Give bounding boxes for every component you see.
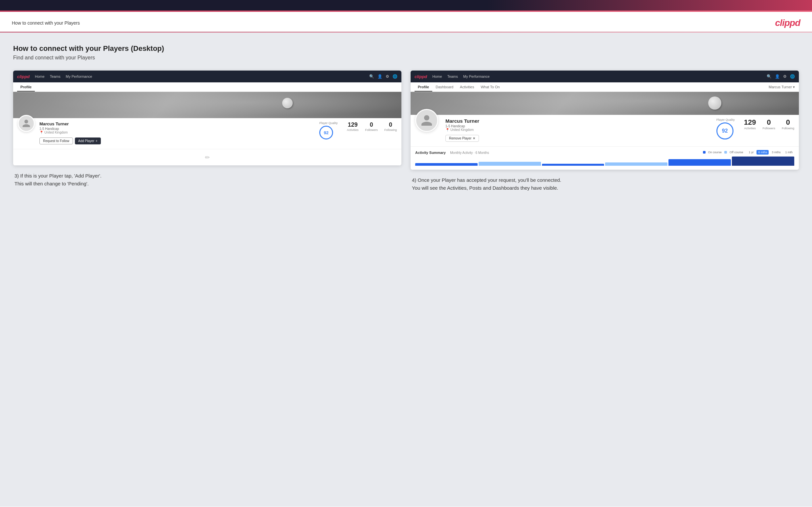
oncourse-legend-label: On course — [708, 151, 722, 154]
left-quality-circle: 92 — [319, 126, 333, 139]
activity-legend: On course Off course — [703, 151, 743, 154]
chart-bar-3 — [542, 164, 604, 166]
right-activity-summary: Activity Summary Monthly Activity · 6 Mo… — [411, 146, 799, 170]
filter-1mth[interactable]: 1 mth — [783, 150, 794, 155]
screenshot-left: clippd Home Teams My Performance 🔍 👤 ⚙ 🌐… — [13, 70, 401, 165]
right-stat-following: 0 Following — [782, 118, 794, 130]
caption-right: 4) Once your Player has accepted your re… — [411, 170, 799, 192]
right-nav-logo: clippd — [414, 74, 427, 79]
page-header: How to connect with your Players clippd — [0, 12, 812, 32]
caption-right-line1: 4) Once your Player has accepted your re… — [412, 176, 798, 184]
clippd-logo: clippd — [775, 18, 800, 28]
right-tab-whattoon[interactable]: What To On — [477, 82, 503, 92]
chart-bar-1 — [415, 163, 477, 166]
request-follow-button[interactable]: Request to Follow — [39, 137, 73, 145]
right-dropdown-label: Marcus Turner — [769, 85, 792, 89]
globe-icon[interactable]: 🌐 — [393, 74, 398, 79]
right-hero — [411, 92, 799, 115]
offcourse-legend-dot — [724, 151, 727, 154]
right-player-location: 📍 United Kingdom — [445, 128, 709, 131]
left-quality-label: Player Quality — [319, 121, 338, 125]
search-icon[interactable]: 🔍 — [369, 74, 374, 79]
left-profile-section: Marcus Turner 1-5 Handicap 📍 United King… — [13, 118, 401, 149]
page-header-title: How to connect with your Players — [12, 20, 80, 25]
left-nav-home[interactable]: Home — [35, 74, 44, 78]
edit-icon: ✏ — [205, 154, 210, 161]
caption-left-line2: This will then change to 'Pending'. — [14, 180, 400, 188]
left-nav-teams[interactable]: Teams — [50, 74, 60, 78]
right-nav-icons: 🔍 👤 ⚙ 🌐 — [767, 74, 795, 79]
activity-filters: 1 yr 6 mths 3 mths 1 mth — [747, 150, 794, 155]
right-user-icon[interactable]: 👤 — [775, 74, 780, 79]
left-hero — [13, 92, 401, 118]
right-tab-profile[interactable]: Profile — [414, 82, 432, 92]
main-content: How to connect with your Players (Deskto… — [0, 33, 812, 507]
left-player-location: 📍 United Kingdom — [39, 130, 308, 134]
user-icon[interactable]: 👤 — [377, 74, 383, 79]
activity-header: Activity Summary Monthly Activity · 6 Mo… — [415, 149, 794, 155]
left-tab-profile[interactable]: Profile — [17, 82, 35, 92]
chart-bar-5 — [668, 159, 731, 166]
chart-bar-4 — [605, 162, 667, 166]
top-bar — [0, 0, 812, 10]
left-nav-performance[interactable]: My Performance — [66, 74, 92, 78]
filter-6mths[interactable]: 6 mths — [757, 150, 769, 155]
right-tabs: Profile Dashboard Activities What To On … — [411, 82, 799, 92]
activity-subtitle: Monthly Activity · 6 Months — [450, 151, 489, 155]
plus-icon: + — [96, 139, 98, 143]
right-tab-dashboard[interactable]: Dashboard — [432, 82, 457, 92]
right-player-name: Marcus Turner — [445, 118, 709, 124]
right-tab-activities[interactable]: Activities — [457, 82, 477, 92]
left-tabs: Profile — [13, 82, 401, 92]
right-golf-ball — [708, 97, 721, 110]
filter-3mths[interactable]: 3 mths — [770, 150, 782, 155]
right-quality-circle: 92 — [716, 122, 733, 139]
chart-bar-6 — [732, 157, 794, 166]
left-pencil-area: ✏ — [13, 149, 401, 165]
activity-chart — [415, 157, 794, 167]
left-player-handicap: 1-5 Handicap — [39, 127, 308, 130]
right-globe-icon[interactable]: 🌐 — [790, 74, 795, 79]
chart-bar-2 — [478, 162, 541, 166]
caption-left: 3) If this is your Player tap, 'Add Play… — [13, 165, 401, 188]
right-stat-followers: 0 Followers — [762, 118, 775, 130]
right-location-pin-icon: 📍 — [445, 128, 449, 131]
caption-right-line2: You will see the Activities, Posts and D… — [412, 184, 798, 192]
left-stat-activities: 129 Activities — [347, 121, 359, 131]
left-stat-following: 0 Following — [384, 121, 397, 131]
right-settings-icon[interactable]: ⚙ — [783, 74, 787, 79]
screenshots-row: clippd Home Teams My Performance 🔍 👤 ⚙ 🌐… — [13, 70, 799, 192]
right-nav: clippd Home Teams My Performance 🔍 👤 ⚙ 🌐 — [411, 70, 799, 82]
right-nav-home[interactable]: Home — [432, 74, 442, 78]
right-avatar — [415, 109, 438, 132]
right-player-handicap: 1-5 Handicap — [445, 124, 709, 128]
oncourse-legend-dot — [703, 151, 706, 154]
remove-player-button[interactable]: Remove Player ✕ — [445, 135, 479, 142]
close-icon: ✕ — [473, 136, 475, 140]
main-title: How to connect with your Players (Deskto… — [13, 44, 799, 53]
right-stat-activities: 129 Activities — [744, 118, 756, 130]
caption-left-line1: 3) If this is your Player tap, 'Add Play… — [14, 172, 400, 180]
screenshot-right-col: clippd Home Teams My Performance 🔍 👤 ⚙ 🌐… — [411, 70, 799, 192]
left-nav-icons: 🔍 👤 ⚙ 🌐 — [369, 74, 398, 79]
add-player-button[interactable]: Add Player + — [75, 137, 101, 145]
screenshot-left-col: clippd Home Teams My Performance 🔍 👤 ⚙ 🌐… — [13, 70, 401, 192]
right-dropdown-chevron: ▾ — [793, 85, 795, 89]
left-player-buttons: Request to Follow Add Player + — [39, 137, 308, 145]
right-nav-performance[interactable]: My Performance — [463, 74, 490, 78]
settings-icon[interactable]: ⚙ — [386, 74, 389, 79]
right-profile-section: Marcus Turner 1-5 Handicap 📍 United King… — [411, 115, 799, 146]
activity-title: Activity Summary — [415, 151, 446, 155]
golf-ball-decoration — [282, 98, 293, 108]
right-nav-teams[interactable]: Teams — [447, 74, 458, 78]
filter-1yr[interactable]: 1 yr — [747, 150, 755, 155]
right-quality-label: Player Quality — [716, 118, 735, 121]
left-stat-followers: 0 Followers — [365, 121, 378, 131]
main-subtitle: Find and connect with your Players — [13, 55, 799, 61]
offcourse-legend-label: Off course — [729, 151, 743, 154]
left-nav: clippd Home Teams My Performance 🔍 👤 ⚙ 🌐 — [13, 70, 401, 82]
location-pin-icon: 📍 — [39, 130, 43, 134]
left-player-name: Marcus Turner — [39, 121, 308, 126]
right-tab-dropdown[interactable]: Marcus Turner ▾ — [769, 85, 795, 89]
right-search-icon[interactable]: 🔍 — [767, 74, 772, 79]
